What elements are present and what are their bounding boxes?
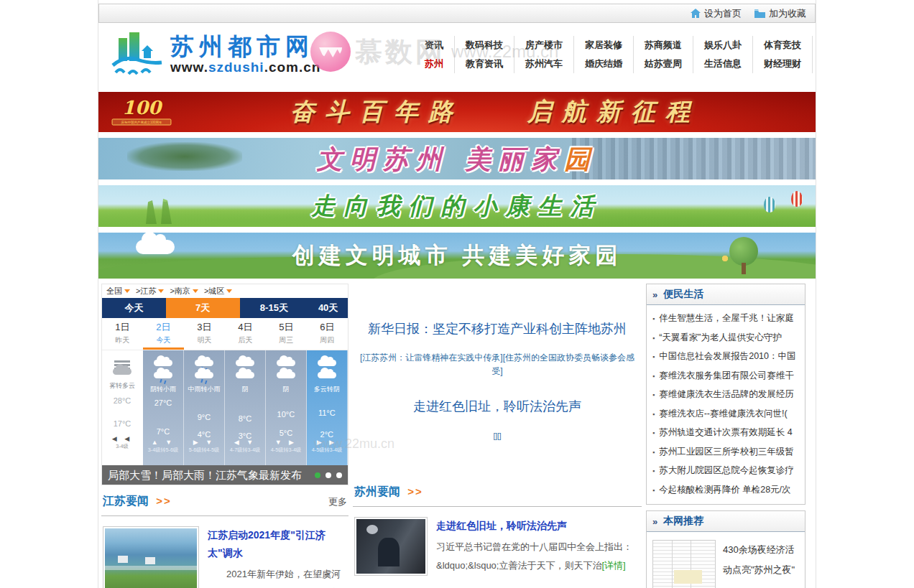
jiangsu-news-section: 江苏要闻 >> 更多 江苏启动2021年度"引江济太"调水 2021年新年伊始，… [101, 490, 348, 588]
suzhou-featured-thumbnail[interactable] [354, 517, 428, 576]
suzhou-featured-title[interactable]: 走进红色旧址，聆听法治先声 [436, 517, 640, 535]
bullet-icon: ▪ [652, 487, 655, 494]
tab-7days[interactable]: 7天 [166, 298, 240, 318]
banner4-slogan: 创建文明城市 共建美好家园 [98, 233, 816, 279]
headline-2[interactable]: 走进红色旧址，聆听法治先声 [357, 398, 637, 415]
carousel-dot-active[interactable] [315, 472, 320, 478]
fog-icon [114, 360, 130, 363]
tab-40days[interactable]: 40天 [308, 298, 348, 318]
nav-item-sushang-pindao[interactable]: 苏商频道 [645, 36, 682, 55]
nav-item-fangchan-loushi[interactable]: 房产楼市 [525, 36, 563, 55]
carousel-dot[interactable] [336, 472, 342, 478]
weather-day-row: 1日昨天 2日今天 3日明天 4日后天 5日周三 6日周四 [102, 318, 348, 350]
list-item[interactable]: ▪赛维洗衣店--赛维健康洗衣问世!( [652, 405, 799, 424]
convenient-life-title: 便民生活 [663, 288, 703, 301]
jiangsu-featured-title[interactable]: 江苏启动2021年度"引江济太"调水 [208, 526, 347, 562]
left-column: 全国 >江苏 >南京 >城区 今天 7天 8-15天 40天 1日昨天 2日今天… [101, 284, 348, 588]
set-homepage-link[interactable]: 设为首页 [691, 7, 742, 20]
nav-item-shenghuo-xinxi[interactable]: 生活信息 [704, 55, 742, 73]
site-logo[interactable]: 苏州都市网 www.szdushi.com.cn [111, 32, 320, 77]
list-item[interactable]: ▪苏大附儿院园区总院今起恢复诊疗 [652, 462, 799, 481]
nav-item-jiaju-zhuangxiu[interactable]: 家居装修 [585, 36, 622, 55]
jiangsu-featured-excerpt: 2021年新年伊始，在望虞河常熟枢纽闸，江苏省水利厅开启望 [208, 565, 347, 588]
nav-item-suzhou-qiche[interactable]: 苏州汽车 [525, 55, 563, 73]
breadcrumb-district[interactable]: >城区 [204, 286, 232, 297]
weather-breadcrumb: 全国 >江苏 >南京 >城区 [102, 284, 348, 298]
recommend-thumbnail-newspaper[interactable] [652, 540, 716, 588]
banner1-slogan: 奋斗百年路 启航新征程 [175, 95, 816, 129]
list-item[interactable]: ▪中国信息社会发展报告2010：中国 [652, 347, 799, 367]
wind-arrow-icon: ▼ ▶ [266, 439, 306, 446]
top-utility-bar: 设为首页 加为收藏 [98, 4, 816, 23]
day-6[interactable]: 6日周四 [307, 318, 348, 350]
cloud-icon [236, 360, 254, 366]
nav-item-shuma-keji[interactable]: 数码科技 [466, 36, 503, 55]
banner-party-centenary[interactable]: 100 庆祝中国共产党成立100周年 奋斗百年路 启航新征程 [98, 92, 816, 132]
forecast-col-2: 阴转小雨 27°C7°C ▲ ▼ 3-4级转5-6级 [143, 350, 184, 465]
day-4[interactable]: 4日后天 [225, 318, 266, 350]
nav-item-gusu-yizhou[interactable]: 姑苏壹周 [645, 55, 682, 73]
list-item[interactable]: ▪伴生智慧生活，全屋千兆！让家庭 [652, 309, 799, 329]
list-item[interactable]: ▪苏州轨道交通计次票有效期延长 4 [652, 424, 799, 443]
bullet-icon: ▪ [652, 467, 655, 475]
wind-arrow-icon: ▶ ▶ [307, 439, 347, 446]
right-sidebar: » 便民生活 ▪伴生智慧生活，全屋千兆！让家庭 ▪“天翼看家”为老人提供安心守护… [646, 284, 805, 588]
headline-1-sublinks[interactable]: [江苏苏州：让雷锋精神在实践中传承][住苏州的全国政协委员畅谈参会感受] [357, 351, 637, 378]
day-1[interactable]: 1日昨天 [102, 318, 143, 350]
day-2-today[interactable]: 2日今天 [143, 318, 184, 350]
suzhou-featured-item: 走进红色旧址，聆听法治先声 习近平总书记曾在党的十八届四中全会上指出：&ldqu… [353, 507, 642, 576]
bullet-icon: ▪ [652, 335, 655, 342]
breadcrumb-province[interactable]: >江苏 [136, 286, 164, 297]
nav-col-shuma: 数码科技 教育资讯 [455, 36, 514, 73]
nav-item-hunqing-jiehun[interactable]: 婚庆结婚 [585, 55, 622, 73]
site-url: www.szdushi.com.cn [170, 60, 320, 75]
banner-civilized-city[interactable]: 创建文明城市 共建美好家园 [98, 233, 816, 279]
nav-item-yule-bagua[interactable]: 娱乐八卦 [704, 36, 742, 55]
banner-xiaokang-life[interactable]: 走向我们的小康生活 [98, 185, 816, 227]
add-favorite-link[interactable]: 加为收藏 [754, 7, 806, 20]
weather-news-ticker[interactable]: 局部大雪！局部大雨！江苏气象最新发布 [102, 465, 348, 485]
recommend-item-title[interactable]: 430余场夜经济活动点亮"苏州之夜" [723, 540, 799, 588]
jiangsu-featured-thumbnail[interactable] [103, 526, 199, 588]
nav-item-suzhou[interactable]: 苏州 [425, 55, 443, 73]
headlines-block: 新华日报：坚定不移打造产业科创主阵地苏州 [江苏苏州：让雷锋精神在实践中传承][… [353, 284, 642, 481]
nav-item-caijing-licai[interactable]: 财经理财 [764, 55, 801, 73]
breadcrumb-nation[interactable]: 全国 [106, 286, 130, 297]
jiangsu-featured-item: 江苏启动2021年度"引江济太"调水 2021年新年伊始，在望虞河常熟枢纽闸，江… [101, 516, 348, 588]
weather-tabs: 今天 7天 8-15天 40天 [102, 298, 348, 318]
breadcrumb-city[interactable]: >南京 [170, 286, 198, 297]
recommend-item: 430余场夜经济活动点亮"苏州之夜" [647, 532, 805, 588]
nav-col-zixun: 资讯 苏州 [414, 36, 455, 73]
headline-2-sublinks: [][] [357, 432, 637, 440]
list-item[interactable]: ▪今起核酸检测再降价 单检28元/次 [652, 481, 799, 500]
list-item[interactable]: ▪赛维洗衣服务集团有限公司赛维干 [652, 367, 799, 386]
list-item[interactable]: ▪苏州工业园区三所学校初三年级暂 [652, 443, 799, 462]
list-item[interactable]: ▪赛维健康洗衣生活品牌的发展经历 [652, 386, 799, 405]
double-arrow-icon: >> [407, 485, 423, 498]
list-item[interactable]: ▪走进红色旧址，聆听法治先声 [354, 583, 640, 588]
day-3[interactable]: 3日明天 [184, 318, 225, 350]
headline-1[interactable]: 新华日报：坚定不移打造产业科创主阵地苏州 [357, 317, 637, 341]
cloud-icon [113, 368, 131, 375]
chevrons-icon: » [652, 516, 657, 527]
cloud-icon [318, 372, 336, 378]
nav-item-tiyu-jingji[interactable]: 体育竞技 [764, 36, 801, 55]
set-homepage-label: 设为首页 [704, 7, 742, 20]
nav-item-zixun[interactable]: 资讯 [425, 36, 443, 55]
carousel-dot[interactable] [326, 472, 331, 478]
banner-civilized-suzhou[interactable]: 文明苏州 美丽家园 [98, 138, 816, 179]
cloud-icon [277, 360, 295, 366]
weather-forecast-grid: 雾转多云 28°C17°C ◀ ◀ 3-4级 阴转小雨 27°C7°C ▲ ▼ … [102, 350, 348, 465]
jiangsu-news-more-link[interactable]: 更多 [328, 495, 347, 508]
nav-item-jiaoyu-zixun[interactable]: 教育资讯 [466, 55, 503, 73]
forecast-col-4: 阴 8°C3°C ◀ ▼ 4-7级转3-4级 [225, 350, 266, 465]
bullet-icon: ▪ [652, 411, 655, 418]
tab-8-15days[interactable]: 8-15天 [240, 298, 309, 318]
nav-col-fangchan: 房产楼市 苏州汽车 [514, 36, 574, 73]
home-icon [691, 9, 701, 18]
tab-today[interactable]: 今天 [102, 298, 166, 318]
list-item[interactable]: ▪“天翼看家”为老人提供安心守护 [652, 329, 799, 348]
ticker-text: 局部大雪！局部大雨！江苏气象最新发布 [108, 465, 302, 485]
detail-link[interactable]: [详情] [601, 560, 625, 571]
day-5[interactable]: 5日周三 [266, 318, 307, 350]
